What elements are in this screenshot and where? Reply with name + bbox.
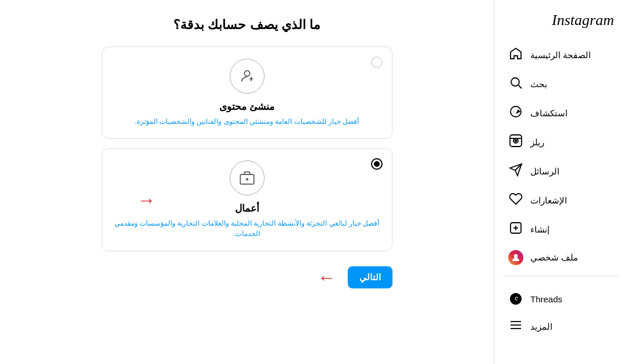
more-label: المزيد: [530, 322, 552, 332]
svg-line-7: [519, 85, 522, 89]
more-icon: [508, 318, 523, 336]
right-arrow-icon: →: [137, 191, 156, 209]
sidebar-item-profile[interactable]: ملف شخصي: [504, 244, 619, 271]
messages-label: الرسائل: [530, 166, 559, 177]
avatar: [508, 250, 523, 265]
creator-desc: أفضل خيار للشخصيات العامة ومنشئي المحتوى…: [114, 116, 380, 127]
svg-point-18: [514, 254, 518, 258]
messages-icon: [508, 163, 523, 180]
create-icon: [508, 221, 523, 238]
sidebar-item-threads[interactable]: Threads: [504, 286, 619, 312]
creator-title: منشئ محتوى: [114, 101, 380, 113]
arrow-indicator: →: [137, 191, 156, 209]
create-label: إنشاء: [530, 224, 550, 235]
reels-label: ريلز: [530, 137, 544, 148]
notifications-icon: [508, 192, 523, 209]
sidebar-item-search[interactable]: بحث: [504, 70, 619, 99]
explore-label: استكشاف: [530, 108, 568, 119]
instagram-logo: Instagram: [504, 12, 619, 29]
creator-option-card[interactable]: منشئ محتوى أفضل خيار للشخصيات العامة ومن…: [102, 47, 392, 139]
sidebar-item-messages[interactable]: الرسائل: [504, 157, 619, 186]
business-option-card[interactable]: → أعمال أفضل خيار لبائعي التجزئة والأنشط…: [102, 148, 392, 251]
sidebar-item-create[interactable]: إنشاء: [504, 215, 619, 244]
search-icon: [508, 76, 523, 93]
reels-icon: [508, 134, 523, 151]
main-content: ما الذي يصف حسابك بدقة؟ منشئ محتوى أفضل …: [0, 0, 494, 364]
creator-icon: [230, 59, 265, 94]
sidebar-item-notifications[interactable]: الإشعارات: [504, 186, 619, 215]
profile-label: ملف شخصي: [530, 252, 578, 263]
home-label: الصفحة الرئيسية: [530, 50, 591, 60]
svg-point-6: [511, 78, 519, 86]
sidebar-item-home[interactable]: الصفحة الرئيسية: [504, 41, 619, 70]
svg-point-13: [515, 140, 517, 142]
business-icon: [230, 160, 265, 195]
explore-icon: [508, 105, 523, 122]
sidebar-divider: [504, 276, 619, 276]
page-title: ما الذي يصف حسابك بدقة؟: [173, 17, 320, 33]
business-radio[interactable]: [371, 158, 383, 170]
search-label: بحث: [530, 79, 547, 90]
home-icon: [508, 47, 523, 64]
sidebar-item-explore[interactable]: استكشاف: [504, 99, 619, 128]
next-arrow-icon: ←: [317, 267, 336, 288]
next-button[interactable]: التالي: [348, 266, 392, 288]
svg-point-0: [244, 71, 249, 76]
next-btn-container: التالي ←: [102, 266, 392, 288]
creator-radio[interactable]: [371, 56, 383, 68]
sidebar-item-reels[interactable]: ريلز: [504, 128, 619, 157]
business-desc: أفضل خيار لبائعي التجزئة والأنشطة التجار…: [114, 218, 380, 239]
notifications-label: الإشعارات: [530, 195, 567, 206]
profile-avatar-icon: [508, 250, 523, 265]
sidebar: Instagram الصفحة الرئيسية بحث استكشاف: [494, 0, 628, 364]
threads-icon: [508, 291, 523, 306]
threads-label: Threads: [530, 294, 562, 304]
sidebar-item-more[interactable]: المزيد: [504, 312, 619, 341]
